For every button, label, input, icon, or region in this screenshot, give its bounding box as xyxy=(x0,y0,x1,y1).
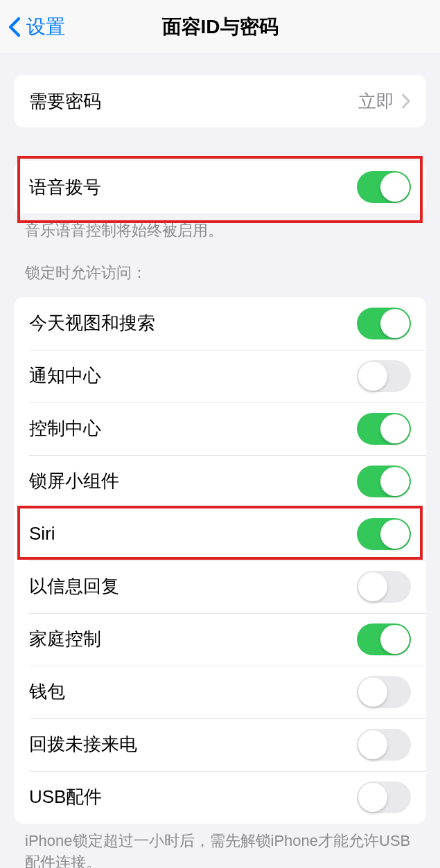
lock-access-label: 控制中心 xyxy=(29,416,357,441)
toggle-knob xyxy=(380,467,410,496)
toggle-knob xyxy=(380,309,410,338)
voice-dial-toggle[interactable] xyxy=(357,171,411,203)
toggle-knob xyxy=(358,362,387,391)
lock-access-label: 钱包 xyxy=(29,680,357,704)
lock-access-row: 锁屏小组件 xyxy=(14,455,426,508)
lock-access-row: 控制中心 xyxy=(14,402,426,455)
chevron-right-icon xyxy=(401,94,411,109)
lock-access-toggle[interactable] xyxy=(357,623,411,655)
lock-access-label: 今天视图和搜索 xyxy=(29,311,357,335)
require-passcode-value: 立即 xyxy=(358,89,394,114)
lock-access-row: 家庭控制 xyxy=(14,613,426,666)
toggle-knob xyxy=(358,677,387,707)
page-title: 面容ID与密码 xyxy=(162,14,279,40)
lock-access-row: 今天视图和搜索 xyxy=(14,297,426,350)
lock-access-footer: iPhone锁定超过一小时后，需先解锁iPhone才能允许USB配件连接。 xyxy=(0,824,440,868)
passcode-group: 需要密码 立即 xyxy=(14,75,426,127)
voice-dial-footer: 音乐语音控制将始终被启用。 xyxy=(0,213,440,242)
lock-access-toggle[interactable] xyxy=(357,571,411,603)
lock-access-toggle[interactable] xyxy=(357,676,411,708)
lock-access-label: 以信息回复 xyxy=(29,574,357,599)
lock-access-toggle[interactable] xyxy=(357,308,411,339)
navigation-bar: 设置 面容ID与密码 xyxy=(0,0,440,54)
lock-access-label: Siri xyxy=(29,523,357,544)
lock-access-label: USB配件 xyxy=(29,785,357,809)
voice-dial-row: 语音拨号 xyxy=(14,161,426,213)
lock-access-toggle[interactable] xyxy=(357,781,411,813)
lock-access-row: 钱包 xyxy=(14,666,426,718)
content: 需要密码 立即 语音拨号 音乐语音控制将始终被启用。 锁定时允许访问： 今天视图… xyxy=(0,75,440,868)
toggle-knob xyxy=(380,625,410,654)
lock-access-label: 家庭控制 xyxy=(29,627,357,651)
voice-dial-label: 语音拨号 xyxy=(29,175,357,200)
lock-access-group: 今天视图和搜索通知中心控制中心锁屏小组件Siri以信息回复家庭控制钱包回拨未接来… xyxy=(14,297,426,824)
lock-access-label: 回拨未接来电 xyxy=(29,732,357,756)
lock-access-row: 通知中心 xyxy=(14,350,426,402)
lock-access-header: 锁定时允许访问： xyxy=(0,242,440,290)
lock-access-row: 回拨未接来电 xyxy=(14,718,426,771)
back-label: 设置 xyxy=(26,14,65,40)
lock-access-row: USB配件 xyxy=(14,771,426,824)
toggle-knob xyxy=(358,572,387,601)
lock-access-toggle[interactable] xyxy=(357,413,411,445)
require-passcode-row[interactable]: 需要密码 立即 xyxy=(14,75,426,127)
chevron-left-icon xyxy=(8,17,21,37)
toggle-knob xyxy=(358,730,387,759)
lock-access-toggle[interactable] xyxy=(357,729,411,761)
toggle-knob xyxy=(380,172,410,202)
lock-access-toggle[interactable] xyxy=(357,466,411,497)
lock-access-toggle[interactable] xyxy=(357,360,411,392)
lock-access-toggle[interactable] xyxy=(357,518,411,550)
toggle-knob xyxy=(380,414,410,443)
lock-access-label: 通知中心 xyxy=(29,364,357,388)
toggle-knob xyxy=(358,783,387,812)
toggle-knob xyxy=(380,520,410,549)
require-passcode-label: 需要密码 xyxy=(29,89,358,114)
voice-dial-group: 语音拨号 xyxy=(14,161,426,213)
back-button[interactable]: 设置 xyxy=(0,14,65,40)
lock-access-row: Siri xyxy=(14,508,426,560)
lock-access-label: 锁屏小组件 xyxy=(29,469,357,493)
lock-access-row: 以信息回复 xyxy=(14,560,426,613)
